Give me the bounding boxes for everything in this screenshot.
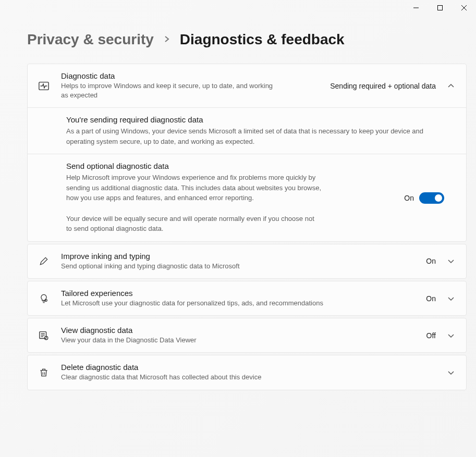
- view-data-status: Off: [426, 331, 436, 340]
- data-viewer-icon: [38, 330, 50, 341]
- tailored-status: On: [426, 294, 436, 303]
- inking-title: Improve inking and typing: [61, 252, 409, 261]
- optional-desc: Help Microsoft improve your Windows expe…: [66, 172, 327, 203]
- delete-data-header[interactable]: Delete diagnostic data Clear diagnostic …: [28, 355, 466, 389]
- chevron-down-icon: [447, 257, 456, 265]
- view-data-desc: View your data in the Diagnostic Data Vi…: [61, 336, 384, 345]
- diagnostic-desc: Helps to improve Windows and keep it sec…: [61, 81, 280, 100]
- optional-title: Send optional diagnostic data: [66, 162, 396, 170]
- chevron-up-icon: [447, 82, 456, 90]
- delete-data-title: Delete diagnostic data: [61, 363, 436, 372]
- tailored-card: Tailored experiences Let Microsoft use y…: [27, 281, 467, 316]
- close-button[interactable]: [452, 0, 476, 16]
- chevron-down-icon: [447, 368, 456, 377]
- delete-data-card: Delete diagnostic data Clear diagnostic …: [27, 355, 467, 390]
- tailored-title: Tailored experiences: [61, 289, 409, 298]
- chevron-right-icon: [164, 34, 169, 45]
- delete-data-desc: Clear diagnostic data that Microsoft has…: [61, 373, 384, 382]
- tailored-desc: Let Microsoft use your diagnostic data f…: [61, 299, 384, 308]
- breadcrumb: Privacy & security Diagnostics & feedbac…: [27, 31, 467, 48]
- page-title: Diagnostics & feedback: [180, 31, 345, 48]
- window-controls: [0, 0, 476, 21]
- lightbulb-icon: [38, 293, 50, 304]
- optional-note: Your device will be equally secure and w…: [66, 214, 316, 234]
- view-data-card: View diagnostic data View your data in t…: [27, 318, 467, 353]
- maximize-button[interactable]: [428, 0, 452, 16]
- diagnostic-title: Diagnostic data: [61, 71, 313, 80]
- diagnostic-data-card: Diagnostic data Helps to improve Windows…: [27, 64, 467, 242]
- required-data-section: You're sending required diagnostic data …: [28, 107, 466, 154]
- minimize-button[interactable]: [404, 0, 428, 16]
- trash-icon: [38, 367, 50, 378]
- required-title: You're sending required diagnostic data: [66, 115, 444, 124]
- chevron-down-icon: [447, 331, 456, 340]
- view-data-header[interactable]: View diagnostic data View your data in t…: [28, 318, 466, 352]
- diagnostic-status: Sending required + optional data: [330, 82, 436, 90]
- inking-status: On: [426, 257, 436, 265]
- activity-icon: [38, 80, 50, 92]
- view-data-title: View diagnostic data: [61, 326, 410, 335]
- inking-header[interactable]: Improve inking and typing Send optional …: [28, 244, 466, 278]
- inking-card: Improve inking and typing Send optional …: [27, 244, 467, 279]
- svg-rect-1: [438, 6, 443, 10]
- optional-toggle[interactable]: [419, 192, 444, 204]
- diagnostic-data-header[interactable]: Diagnostic data Helps to improve Windows…: [28, 64, 466, 107]
- breadcrumb-parent[interactable]: Privacy & security: [27, 31, 154, 48]
- required-desc: As a part of using Windows, your device …: [66, 126, 444, 146]
- chevron-down-icon: [447, 294, 456, 303]
- pencil-icon: [38, 255, 50, 267]
- tailored-header[interactable]: Tailored experiences Let Microsoft use y…: [28, 281, 466, 315]
- optional-toggle-label: On: [404, 194, 414, 202]
- optional-data-section: Send optional diagnostic data Help Micro…: [28, 154, 466, 241]
- inking-desc: Send optional inking and typing diagnost…: [61, 262, 384, 271]
